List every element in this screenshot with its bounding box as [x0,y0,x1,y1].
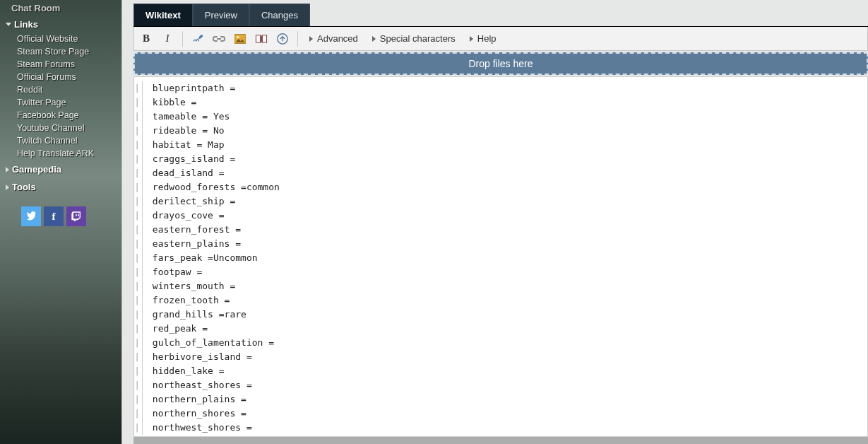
caret-right-icon [372,36,376,42]
gutter: | [134,237,143,251]
editor-line[interactable]: | frozen_tooth = [134,293,862,308]
italic-button[interactable]: I [160,31,175,47]
twitch-icon[interactable] [66,206,86,226]
editor-text: rideable = No [147,124,225,138]
tab-preview[interactable]: Preview [193,4,249,26]
sidebar-section-label: Tools [12,182,36,192]
wikitext-editor[interactable]: | blueprintpath =| kibble =| tameable = … [133,76,868,437]
editor-tabs: Wikitext Preview Changes [133,4,868,27]
editor-text: drayos_cove = [147,209,225,223]
editor-text: red_peak = [147,322,208,336]
editor-line[interactable]: | blueprintpath = [134,81,862,95]
caret-down-icon [6,23,11,26]
gutter: | [134,364,143,378]
editor-text: dead_island = [147,166,225,180]
sidebar-link[interactable]: Official Website [4,33,121,45]
tab-changes[interactable]: Changes [249,4,310,26]
editor-line[interactable]: | eastern_plains = [134,237,862,251]
editor-line[interactable]: | gulch_of_lamentation = [134,336,862,350]
gutter: | [134,209,143,223]
editor-line[interactable]: | northern_plains = [134,392,862,407]
editor-line[interactable]: | rideable = No [134,124,862,138]
expander-label: Advanced [317,33,358,44]
gutter: | [134,81,143,95]
editor-line[interactable]: | redwood_forests =common [134,180,862,194]
editor-line[interactable]: | northeast_shores = [134,378,862,392]
caret-right-icon [6,167,9,173]
file-dropzone[interactable]: Drop files here [133,52,868,75]
separator [297,31,298,47]
sidebar-links-list: Official Website Steam Store Page Steam … [4,33,121,160]
editor-line[interactable]: | red_peak = [134,322,862,336]
gutter: | [134,407,143,421]
gutter: | [134,180,143,194]
sidebar-item-chat[interactable]: Chat Room [4,1,121,15]
gutter: | [134,138,143,152]
gutter: | [134,392,143,407]
editor-line[interactable]: | hidden_lake = [134,364,862,378]
editor-text: herbivore_island = [147,350,252,364]
sidebar-section-tools[interactable]: Tools [4,177,121,195]
editor-text: derilect_ship = [147,194,235,209]
caret-right-icon [309,36,313,42]
sidebar-link[interactable]: Youtube Channel [4,122,121,134]
special-chars-expander[interactable]: Special characters [368,33,460,44]
editor-line[interactable]: | dead_island = [134,166,862,180]
gutter: | [134,194,143,209]
reference-icon[interactable] [254,31,269,47]
sidebar-link[interactable]: Official Forums [4,71,121,83]
editor-text: footpaw = [147,265,202,279]
gutter: | [134,251,143,265]
editor-line[interactable]: | herbivore_island = [134,350,862,364]
facebook-icon[interactable]: f [44,206,64,226]
tab-wikitext[interactable]: Wikitext [133,4,193,26]
gutter: | [134,308,143,322]
sidebar-link[interactable]: Twitter Page [4,96,121,109]
editor-line[interactable]: | northern_shores = [134,407,862,421]
signature-icon[interactable] [190,31,206,47]
advanced-expander[interactable]: Advanced [305,33,362,44]
editor-line[interactable]: | eastern_forest = [134,223,862,237]
sidebar-section-links[interactable]: Links [4,15,121,33]
sidebar-section-gamepedia[interactable]: Gamepedia [4,160,121,177]
editor-line[interactable]: | tameable = Yes [134,110,862,124]
editor-text: habitat = Map [147,138,225,152]
editor-line[interactable]: | drayos_cove = [134,209,862,223]
sidebar-link[interactable]: Steam Store Page [4,45,121,58]
editor-line[interactable]: | footpaw = [134,265,862,279]
editor-text: eastern_plains = [147,237,241,251]
gutter: | [134,336,143,350]
editor-text: blueprintpath = [147,81,235,95]
twitter-icon[interactable] [21,206,41,226]
editor-line[interactable]: | winters_mouth = [134,279,862,293]
editor-text: tameable = Yes [147,110,230,124]
editor-text: gulch_of_lamentation = [147,336,274,350]
editor-text: northwest_shores = [147,421,252,435]
editor-line[interactable]: | northwest_shores = [134,421,862,435]
editor-text: grand_hills =rare [147,308,246,322]
link-icon[interactable] [211,31,227,47]
help-expander[interactable]: Help [465,33,501,44]
sidebar-link[interactable]: Reddit [4,83,121,96]
shadow [133,437,868,444]
editor-line[interactable]: | fars_peak =Uncommon [134,251,862,265]
editor-line[interactable]: | grand_hills =rare [134,308,862,322]
upload-icon[interactable] [275,31,290,47]
svg-point-1 [237,36,239,38]
sidebar-link[interactable]: Facebook Page [4,109,121,122]
sidebar-link[interactable]: Help Translate ARK [4,147,121,160]
embed-file-icon[interactable] [232,31,248,47]
editor-line[interactable]: | derilect_ship = [134,194,862,209]
separator [182,31,183,47]
editor-line[interactable]: | habitat = Map [134,138,862,152]
editor-text: hidden_lake = [147,364,225,378]
sidebar-link[interactable]: Steam Forums [4,58,121,71]
editor-line[interactable]: | kibble = [134,95,862,110]
editor-text: northern_shores = [147,407,246,421]
sidebar: Chat Room Links Official Website Steam S… [0,0,121,444]
bold-button[interactable]: B [138,31,154,47]
editor-line[interactable]: | craggs_island = [134,152,862,166]
editor-text: kibble = [147,95,196,110]
sidebar-link[interactable]: Twitch Channel [4,134,121,147]
caret-right-icon [6,185,9,190]
